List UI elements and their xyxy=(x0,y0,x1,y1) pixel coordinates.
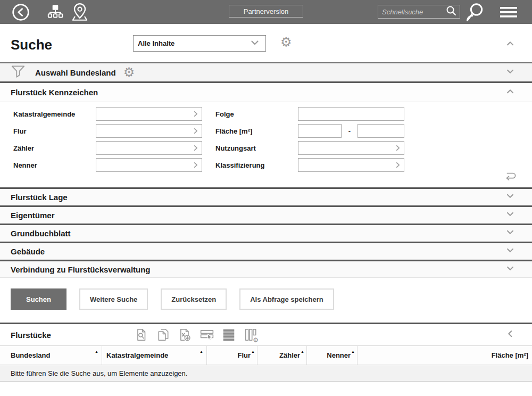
chevron-down-icon xyxy=(504,226,516,240)
partner-version-button[interactable]: Partnerversion xyxy=(229,5,303,18)
range-separator: - xyxy=(346,127,353,135)
quick-search-input[interactable] xyxy=(382,8,445,16)
gear-icon: ⚙ xyxy=(253,337,259,343)
sort-asc-icon: ▲ xyxy=(95,350,98,353)
list-view-icon[interactable] xyxy=(221,327,236,342)
picker-chevron-right-icon[interactable] xyxy=(191,143,201,155)
content-scope-select[interactable]: Alle Inhalte xyxy=(133,35,266,52)
section-grundbuchblatt[interactable]: Grundbuchblatt xyxy=(0,224,532,242)
nenner-field xyxy=(96,158,202,172)
chevron-down-icon xyxy=(504,244,516,258)
flur-input[interactable] xyxy=(96,124,202,138)
column-header-zaehler[interactable]: Zähler ▲ xyxy=(257,346,307,365)
column-label: Nenner xyxy=(327,351,351,359)
sitemap-icon[interactable] xyxy=(46,0,65,24)
section-flurstueck-lage[interactable]: Flurstück Lage xyxy=(0,187,532,205)
klassifizierung-input[interactable] xyxy=(298,158,404,172)
column-header-flaeche[interactable]: Fläche [m²] xyxy=(358,346,532,365)
folge-input[interactable] xyxy=(298,107,404,121)
column-header-katastralgemeinde[interactable]: Katastralgemeinde ▲ xyxy=(102,346,207,365)
search-button[interactable]: Suchen xyxy=(11,288,66,310)
sort-asc-icon: ▲ xyxy=(351,350,355,353)
section-label: Eigentümer xyxy=(11,211,55,220)
topbar: Partnerversion xyxy=(0,0,532,24)
search-settings-gear-icon[interactable]: ⚙ xyxy=(280,36,292,48)
copy-icon[interactable] xyxy=(156,327,171,342)
export-download-icon[interactable] xyxy=(178,327,193,342)
field-label: Katastralgemeinde xyxy=(13,110,96,118)
preview-document-icon[interactable] xyxy=(134,327,149,342)
zaehler-field xyxy=(96,141,202,155)
results-toolbar: ⚙ xyxy=(134,327,258,342)
results-title: Flurstücke xyxy=(11,331,51,340)
more-search-button[interactable]: Weitere Suche xyxy=(79,288,148,310)
section-gebaeude[interactable]: Gebäude xyxy=(0,242,532,260)
results-section: Flurstücke ⚙ xyxy=(0,323,532,382)
section-label: Auswahl Bundesland xyxy=(35,68,116,77)
kennzeichen-header[interactable]: Flurstück Kennzeichen xyxy=(0,83,532,102)
column-label: Bundesland xyxy=(11,351,50,359)
section-eigentuemer[interactable]: Eigentümer xyxy=(0,205,532,224)
picker-chevron-right-icon[interactable] xyxy=(191,126,201,138)
select-rows-icon[interactable] xyxy=(200,327,214,342)
advanced-search-icon[interactable] xyxy=(464,0,486,24)
flaeche-min-input[interactable] xyxy=(298,124,342,138)
flaeche-range-field: - xyxy=(298,124,404,138)
nutzungsart-input[interactable] xyxy=(298,141,404,155)
collapse-results-chevron-left-icon[interactable] xyxy=(504,328,516,342)
search-actions: Suchen Weitere Suche Zurücksetzen Als Ab… xyxy=(11,288,532,310)
sort-asc-icon: ▲ xyxy=(200,350,203,353)
bundesland-gear-icon[interactable]: ⚙ xyxy=(123,66,135,79)
chevron-down-icon[interactable] xyxy=(504,65,516,79)
katastralgemeinde-input[interactable] xyxy=(96,107,202,121)
chevron-down-icon xyxy=(248,36,261,51)
column-header-bundesland[interactable]: Bundesland ▲ xyxy=(0,346,102,365)
flaeche-min-field xyxy=(298,124,342,138)
save-query-button[interactable]: Als Abfrage speichern xyxy=(239,288,334,310)
results-empty-message: Bitte führen Sie die Suche aus, um Eleme… xyxy=(0,365,532,382)
field-label: Folge xyxy=(215,110,298,118)
field-label: Fläche [m²] xyxy=(215,127,298,135)
picker-chevron-right-icon[interactable] xyxy=(191,160,201,172)
results-table-header: Bundesland ▲ Katastralgemeinde ▲ Flur ▲ … xyxy=(0,345,532,365)
picker-chevron-right-icon[interactable] xyxy=(393,160,403,172)
results-header: Flurstücke ⚙ xyxy=(0,324,532,345)
sort-asc-icon: ▲ xyxy=(251,350,255,353)
chevron-down-icon xyxy=(504,190,516,204)
klassifizierung-field xyxy=(298,158,404,172)
flur-field xyxy=(96,124,202,138)
folge-field xyxy=(298,107,404,121)
page-title: Suche xyxy=(11,37,52,53)
field-label: Zähler xyxy=(13,144,96,152)
hamburger-menu-icon[interactable] xyxy=(498,0,519,24)
column-settings-icon[interactable]: ⚙ xyxy=(243,327,258,342)
map-pin-icon[interactable] xyxy=(70,0,90,24)
katastralgemeinde-field xyxy=(96,107,202,121)
section-label: Gebäude xyxy=(11,247,45,256)
flaeche-max-field xyxy=(358,124,404,138)
form-row: Flur Fläche [m²] - xyxy=(0,122,532,139)
picker-chevron-right-icon[interactable] xyxy=(191,109,201,121)
reset-section-undo-icon[interactable] xyxy=(503,169,517,184)
chevron-up-icon[interactable] xyxy=(504,86,516,100)
sort-asc-icon: ▲ xyxy=(301,350,304,353)
zaehler-input[interactable] xyxy=(96,141,202,155)
picker-chevron-right-icon[interactable] xyxy=(393,143,403,155)
field-label: Flur xyxy=(13,127,96,135)
section-auswahl-bundesland[interactable]: Auswahl Bundesland ⚙ xyxy=(0,62,532,81)
column-header-flur[interactable]: Flur ▲ xyxy=(207,346,257,365)
quick-search-box xyxy=(378,5,460,19)
flaeche-max-input[interactable] xyxy=(358,124,404,138)
section-flurstueck-kennzeichen: Flurstück Kennzeichen Katastralgemeinde … xyxy=(0,81,532,187)
column-header-nenner[interactable]: Nenner ▲ xyxy=(307,346,358,365)
section-verbindung-flurstuecksverwaltung[interactable]: Verbindung zu Flurstücksverwaltung xyxy=(0,260,532,278)
collapse-search-panel-icon[interactable] xyxy=(504,38,516,52)
reset-button[interactable]: Zurücksetzen xyxy=(161,288,227,310)
column-label: Fläche [m²] xyxy=(492,351,528,359)
form-row: Nenner Klassifizierung xyxy=(0,156,532,174)
back-icon[interactable] xyxy=(12,0,30,24)
section-label: Flurstück Kennzeichen xyxy=(11,88,98,97)
section-label: Flurstück Lage xyxy=(11,193,68,202)
nenner-input[interactable] xyxy=(96,158,202,172)
magnifier-icon[interactable] xyxy=(445,5,457,19)
